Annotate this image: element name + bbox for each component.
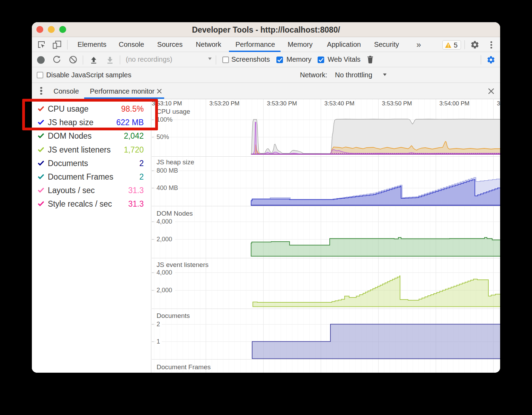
svg-text:Document Frames: Document Frames (157, 363, 211, 371)
svg-text:3:53:40 PM: 3:53:40 PM (325, 100, 355, 107)
svg-text:2: 2 (157, 321, 160, 328)
svg-text:400 MB: 400 MB (157, 184, 178, 191)
svg-text:3:54:00 PM: 3:54:00 PM (440, 100, 470, 107)
svg-text:JS event listeners: JS event listeners (157, 261, 209, 268)
svg-text:100%: 100% (157, 116, 172, 123)
svg-text:4,000: 4,000 (157, 269, 172, 276)
svg-text:4,000: 4,000 (157, 218, 172, 225)
svg-text:3:54:10 PM: 3:54:10 PM (497, 100, 500, 107)
svg-text:2,000: 2,000 (157, 236, 172, 243)
svg-text:1: 1 (157, 338, 160, 345)
svg-text:Documents: Documents (157, 312, 190, 319)
svg-text:JS heap size: JS heap size (157, 158, 194, 166)
svg-text:50%: 50% (157, 133, 169, 140)
svg-text:3:53:50 PM: 3:53:50 PM (382, 100, 412, 107)
svg-text:3:53:30 PM: 3:53:30 PM (267, 100, 297, 107)
svg-text:DOM Nodes: DOM Nodes (157, 210, 193, 217)
svg-text:CPU usage: CPU usage (157, 108, 190, 115)
svg-text:2,000: 2,000 (157, 287, 172, 294)
svg-text:800 MB: 800 MB (157, 167, 178, 174)
svg-text:3:53:20 PM: 3:53:20 PM (210, 100, 240, 107)
